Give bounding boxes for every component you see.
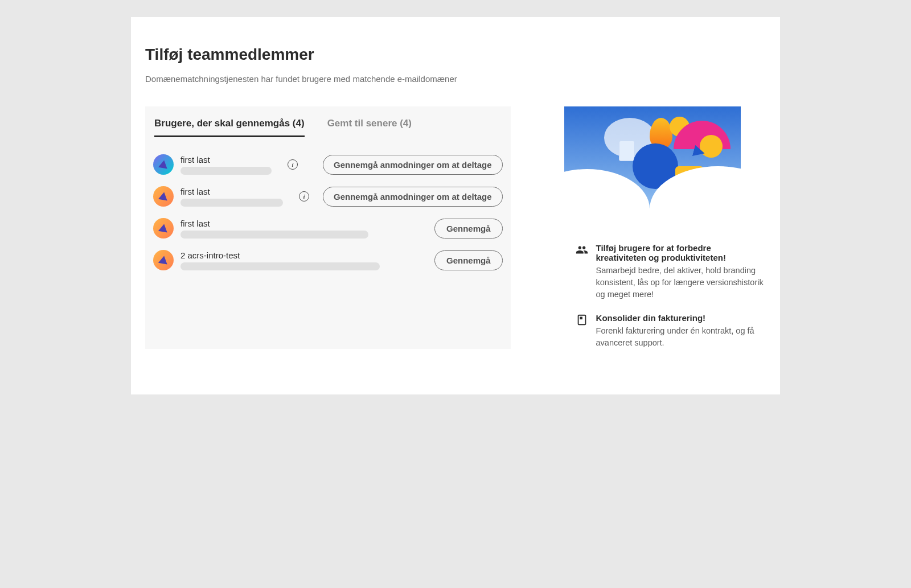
benefit-text: Tilføj brugere for at forbedre kreativit…: [596, 243, 764, 301]
hero-illustration: [564, 106, 741, 209]
avatar: [153, 218, 174, 239]
main-card: Tilføj teammedlemmer Domænematchningstje…: [131, 17, 780, 394]
user-name: 2 acrs-intro-test: [180, 250, 380, 260]
users-icon: [576, 244, 588, 256]
avatar: [153, 186, 174, 207]
tab-saved[interactable]: Gemt til senere (4): [327, 118, 412, 137]
right-column: Tilføj brugere for at forbedre kreativit…: [539, 106, 766, 349]
benefit-title: Tilføj brugere for at forbedre kreativit…: [596, 243, 764, 262]
benefit-desc: Samarbejd bedre, del aktiver, hold brand…: [596, 265, 764, 301]
avatar: [153, 250, 174, 270]
benefit-desc: Forenkl fakturering under én kontrakt, o…: [596, 325, 764, 349]
user-list: first lastiGennemgå anmodninger om at de…: [151, 154, 505, 270]
tab-saved-count: 4: [403, 118, 408, 129]
review-request-button[interactable]: Gennemgå anmodninger om at deltage: [323, 187, 503, 207]
tab-saved-label: Gemt til senere: [327, 118, 397, 129]
user-info: first last: [180, 187, 283, 207]
benefit-title: Konsolider din fakturering!: [596, 313, 764, 323]
columns: Brugere, der skal gennemgås (4) Gemt til…: [145, 106, 766, 349]
email-placeholder: [180, 262, 380, 270]
review-request-button[interactable]: Gennemgå anmodninger om at deltage: [323, 155, 503, 175]
page-title: Tilføj teammedlemmer: [145, 46, 766, 64]
user-row: 2 acrs-intro-testGennemgå: [153, 250, 503, 270]
user-info: first last: [180, 219, 368, 239]
user-row: first lastiGennemgå anmodninger om at de…: [153, 186, 503, 207]
svg-rect-0: [578, 315, 585, 325]
email-placeholder: [180, 231, 368, 239]
review-button[interactable]: Gennemgå: [434, 219, 503, 239]
benefit-item: Tilføj brugere for at forbedre kreativit…: [576, 243, 764, 301]
avatar: [153, 154, 174, 175]
info-icon[interactable]: i: [288, 159, 298, 170]
user-row: first lastiGennemgå anmodninger om at de…: [153, 154, 503, 175]
tab-review-label: Brugere, der skal gennemgås: [154, 118, 290, 129]
info-icon[interactable]: i: [299, 191, 309, 202]
user-info: 2 acrs-intro-test: [180, 250, 380, 270]
svg-rect-1: [580, 317, 582, 320]
email-placeholder: [180, 167, 272, 175]
left-column: Brugere, der skal gennemgås (4) Gemt til…: [145, 106, 511, 349]
tabs: Brugere, der skal gennemgås (4) Gemt til…: [151, 118, 505, 137]
user-name: first last: [180, 155, 272, 165]
user-name: first last: [180, 187, 283, 196]
user-row: first lastGennemgå: [153, 218, 503, 239]
tab-review[interactable]: Brugere, der skal gennemgås (4): [154, 118, 305, 137]
page-subtitle: Domænematchningstjenesten har fundet bru…: [145, 74, 766, 84]
tab-review-count: 4: [296, 118, 301, 129]
user-info: first last: [180, 155, 272, 175]
benefit-item: Konsolider din fakturering!Forenkl faktu…: [576, 313, 764, 349]
user-name: first last: [180, 219, 368, 228]
benefits-list: Tilføj brugere for at forbedre kreativit…: [539, 243, 766, 349]
benefit-text: Konsolider din fakturering!Forenkl faktu…: [596, 313, 764, 349]
document-icon: [576, 314, 588, 326]
review-button[interactable]: Gennemgå: [434, 250, 503, 270]
email-placeholder: [180, 199, 283, 207]
